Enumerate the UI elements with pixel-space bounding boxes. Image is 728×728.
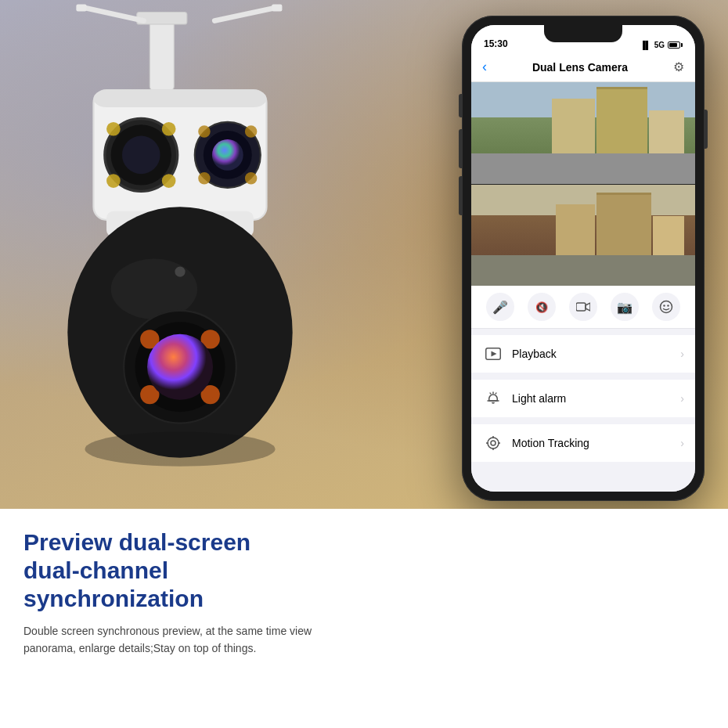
svg-rect-35 bbox=[576, 303, 586, 311]
menu-item-playback[interactable]: Playback › bbox=[471, 335, 695, 373]
battery-icon bbox=[668, 41, 683, 49]
phone-volume-down-button bbox=[459, 176, 462, 215]
svg-point-19 bbox=[245, 125, 257, 137]
description-text: Double screen synchronous preview, at th… bbox=[23, 622, 352, 658]
svg-point-18 bbox=[198, 125, 210, 137]
record-button[interactable] bbox=[569, 293, 597, 321]
svg-rect-7 bbox=[93, 90, 266, 107]
bottom-section: Preview dual-screen dual-channel synchro… bbox=[0, 509, 728, 728]
divider-1 bbox=[471, 373, 695, 380]
svg-point-37 bbox=[664, 305, 665, 306]
svg-point-32 bbox=[147, 334, 213, 400]
svg-point-20 bbox=[198, 172, 210, 184]
microphone-button[interactable]: 🎤 bbox=[486, 293, 514, 321]
playback-chevron: › bbox=[680, 348, 684, 360]
mute-button[interactable]: 🔇 bbox=[528, 293, 556, 321]
menu-item-motion-tracking[interactable]: Motion Tracking › bbox=[471, 424, 695, 462]
phone-screen: 15:30 ▐▌ 5G bbox=[471, 25, 695, 492]
snapshot-button[interactable]: 📷 bbox=[611, 293, 639, 321]
nav-bar: ‹ Dual Lens Camera ⚙ bbox=[471, 52, 695, 82]
top-section: 15:30 ▐▌ 5G bbox=[0, 0, 728, 509]
phone-area: 15:30 ▐▌ 5G bbox=[462, 16, 705, 501]
svg-point-38 bbox=[668, 305, 669, 306]
camera-feed-top[interactable] bbox=[471, 82, 695, 184]
phone-frame: 15:30 ▐▌ 5G bbox=[462, 16, 705, 501]
svg-point-13 bbox=[106, 174, 121, 188]
svg-point-12 bbox=[162, 122, 176, 136]
light-alarm-chevron: › bbox=[680, 392, 684, 405]
nav-title: Dual Lens Camera bbox=[532, 61, 628, 74]
main-headline: Preview dual-screen dual-channel synchro… bbox=[23, 528, 352, 613]
svg-point-44 bbox=[488, 438, 499, 449]
motion-tracking-chevron: › bbox=[680, 437, 684, 449]
svg-marker-40 bbox=[492, 351, 497, 357]
light-alarm-icon bbox=[482, 387, 504, 409]
camera-illustration bbox=[16, 0, 344, 509]
svg-point-45 bbox=[491, 441, 496, 445]
camera-feed-bottom[interactable] bbox=[471, 185, 695, 287]
back-button[interactable]: ‹ bbox=[482, 59, 487, 75]
settings-button[interactable]: ⚙ bbox=[673, 59, 684, 74]
motion-tracking-label: Motion Tracking bbox=[512, 437, 680, 449]
menu-list: Playback › bbox=[471, 329, 695, 492]
menu-item-light-alarm[interactable]: Light alarm › bbox=[471, 380, 695, 417]
svg-line-43 bbox=[490, 393, 491, 394]
status-right: ▐▌ 5G bbox=[640, 41, 683, 49]
face-button[interactable] bbox=[652, 293, 680, 321]
svg-line-2 bbox=[85, 8, 143, 21]
controls-row: 🎤 🔇 📷 bbox=[471, 286, 695, 329]
bottom-text: Preview dual-screen dual-channel synchro… bbox=[23, 528, 352, 658]
svg-point-10 bbox=[122, 136, 160, 175]
motion-tracking-icon bbox=[482, 432, 504, 454]
camera-area bbox=[16, 0, 344, 509]
signal-label: 5G bbox=[654, 41, 665, 49]
svg-point-33 bbox=[175, 266, 185, 276]
camera-feeds bbox=[471, 82, 695, 286]
divider-2 bbox=[471, 418, 695, 424]
svg-point-14 bbox=[162, 174, 176, 188]
playback-icon bbox=[482, 343, 504, 365]
svg-rect-3 bbox=[76, 5, 86, 12]
svg-point-17 bbox=[212, 139, 243, 171]
svg-line-4 bbox=[214, 8, 275, 21]
signal-icon: ▐▌ bbox=[640, 41, 651, 49]
svg-point-11 bbox=[106, 122, 121, 136]
svg-point-34 bbox=[85, 432, 275, 467]
playback-label: Playback bbox=[512, 348, 680, 360]
phone-volume-up-button bbox=[459, 129, 462, 168]
light-alarm-label: Light alarm bbox=[512, 392, 680, 405]
svg-rect-5 bbox=[272, 5, 282, 12]
phone-mute-button bbox=[459, 94, 462, 117]
svg-line-42 bbox=[496, 393, 496, 394]
svg-point-36 bbox=[661, 301, 672, 313]
phone-power-button bbox=[705, 110, 708, 149]
status-time: 15:30 bbox=[484, 38, 508, 49]
phone-notch bbox=[544, 25, 622, 42]
svg-point-21 bbox=[245, 172, 257, 184]
page-container: 15:30 ▐▌ 5G bbox=[0, 0, 728, 728]
